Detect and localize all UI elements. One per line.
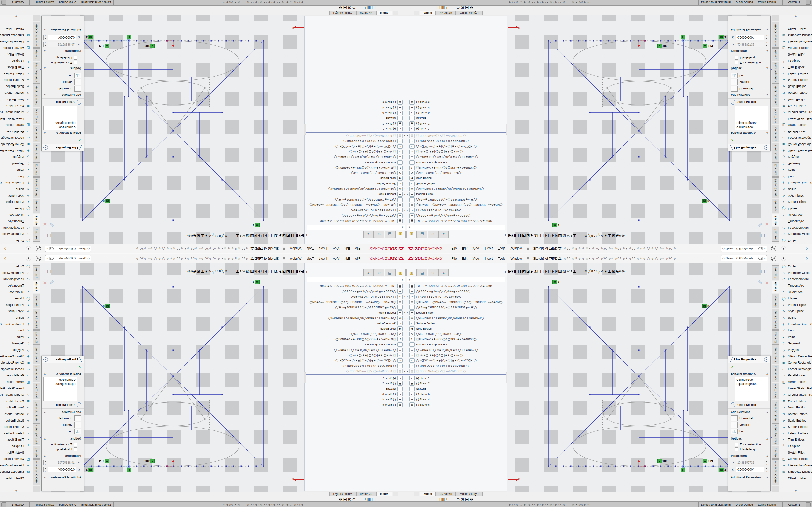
command-tab[interactable]: ⋯ [772, 486, 779, 492]
expander-icon[interactable]: ▸ [403, 193, 406, 195]
add-relation-button[interactable]: — Horizontal [731, 415, 768, 421]
search-box[interactable]: ◇ Search CAD Models ▾ [45, 255, 91, 262]
feature-manager-tab[interactable]: ◔ [439, 269, 449, 276]
expander-icon[interactable]: ▸ [403, 295, 406, 298]
tree-item[interactable]: ✎ ◯ƧЅ∙∩⁕⊛ΛШ◯⊙◯ШΛ⊛⁕∩∙ЅƧ◯ [305, 170, 406, 176]
tree-filter-box[interactable]: ▼ [407, 277, 505, 282]
tool-list-item[interactable]: ▩ Silhouette Entities [0, 469, 33, 475]
restore-button[interactable] [11, 257, 14, 260]
tree-item[interactable]: Σ ◯ƧЅИΝ◉⊙∗Α∪ᵝЗЄ◯⊙◯ЗЄᵝ∪Α∗⊙◉ΝИЅƧ◯ [406, 165, 507, 170]
tree-item[interactable]: ★ ◯ƧЅЗЄ∗⊛◉ΛΑΦ◯⊙◯ΦΑΛ◉⊛∗ЗЄЅƧ◯ [406, 213, 507, 218]
relation-badge[interactable]: ▨ 3 [719, 35, 726, 39]
tool-list-item[interactable]: ∿ Spline [0, 315, 33, 321]
collapse-icon[interactable]: ∨ [766, 28, 768, 32]
parameter-input[interactable]: 10.88152731 [736, 460, 764, 465]
tool-list-item[interactable]: ⁘ Circular Sketch Pattern [0, 392, 33, 398]
command-tab[interactable]: Sketch [772, 214, 779, 226]
expander-icon[interactable]: ▸ [406, 193, 409, 195]
search-dropdown-icon[interactable]: ▾ [762, 257, 766, 260]
relation-badge[interactable]: ▨ 3 [702, 304, 709, 308]
tool-list-item[interactable]: ▱ Parallelogram [0, 372, 33, 379]
relation-badge[interactable]: ▨ 3 [103, 304, 110, 308]
tree-item[interactable]: ⌖ ◯ ИΝ⊙ЭС⊙⊛ ◎◯ ⊙◯ ◎⊛⊙СЭ⊙ΝИ ◯ [305, 363, 406, 369]
menu-item[interactable]: Tools [495, 256, 508, 261]
bottom-toolbar-icon[interactable]: ∟ [446, 497, 450, 501]
tool-list-item[interactable]: ◝ Sketch Fillet [779, 449, 812, 456]
section-additional-parameters[interactable]: Additional Parameters ∨ [728, 474, 770, 480]
rollback-bar[interactable] [406, 99, 507, 99]
tree-item[interactable]: ⌐ (-) Sketch1 [406, 376, 507, 381]
menu-item[interactable]: View [330, 256, 342, 261]
menu-item[interactable]: Insert [317, 246, 330, 251]
bottom-toolbar-icon[interactable]: ⚙ [456, 6, 460, 10]
tool-list-item[interactable]: ◠ Centerpoint Arc [779, 276, 812, 282]
bottom-toolbar-icon[interactable]: ◷ [348, 6, 351, 10]
tool-list-item[interactable]: ⊏ Offset Entities [779, 25, 812, 32]
collapse-icon[interactable]: ∧ [44, 437, 46, 440]
tree-item[interactable]: ▦ (-) Sketch6 [305, 100, 406, 105]
relations-listbox[interactable]: Collinear108Equal length109 [44, 377, 77, 401]
bottom-toolbar-icon[interactable]: ▣ [465, 497, 469, 501]
tool-list-item[interactable]: ▱ Parallelogram [0, 128, 33, 135]
add-relation-button[interactable]: ⚓ Fix [731, 429, 768, 434]
collapse-icon[interactable]: ∧ [44, 67, 46, 70]
tree-item[interactable]: ✎ ◯ƧЅ∙∩⁕⊛ΛШ◯⊙◯ШΛ⊛⁕∩∙ЅƧ◯ [305, 331, 406, 337]
units-dropdown[interactable]: Custom ▴ [9, 502, 27, 507]
tree-item[interactable]: Σ ◯ƧЅИΝ◉⊙∗Α∪ᵝЗЄ◯⊙◯ЗЄᵝ∪Α∗⊙◉ΝИЅƧ◯ [406, 337, 507, 342]
tool-list-item[interactable]: × Trim Entities [779, 437, 812, 443]
tool-list-item[interactable]: ≋ Intersection Curve [0, 462, 33, 469]
tool-list-item[interactable]: ⊞ Copy Entities [0, 398, 33, 404]
command-tab[interactable]: Data Migration [772, 424, 779, 445]
tool-list-item[interactable]: ↔ Stretch Entities [779, 424, 812, 430]
parameter-input[interactable]: 10.88152731 [736, 42, 764, 47]
account-icon[interactable] [36, 246, 41, 251]
tool-list-item[interactable]: ◜ 3 Point Arc [779, 212, 812, 218]
bottom-toolbar-icon[interactable]: ☰ [432, 6, 436, 10]
relation-badge[interactable]: ∥ [680, 35, 686, 39]
command-tab[interactable]: Evaluate [772, 330, 779, 344]
tool-list-item[interactable]: ∿ Spline [779, 186, 812, 193]
search-input[interactable]: Search CAD Models [726, 247, 757, 250]
collapse-icon[interactable]: ∧ [766, 411, 768, 414]
command-tab[interactable]: Sketch [33, 214, 40, 226]
tool-list-item[interactable]: ◳ Convert Entities [0, 456, 33, 462]
expander-icon[interactable]: ▸ [406, 312, 409, 314]
tree-item[interactable]: ▸ ▩ ◯ ƧЅЗЄИΝΛ∪∙◯ ⊙◯ ∙∪ΛΝИЗЄƧЅ ◯ [406, 133, 507, 138]
section-additional-parameters[interactable]: Additional Parameters ∨ [728, 27, 770, 33]
tool-list-item[interactable]: ≋ Intersection Curve [779, 462, 812, 469]
add-relation-button[interactable]: ⚓ Fix [44, 429, 81, 434]
tool-list-item[interactable]: ∿ Style Spline [779, 308, 812, 315]
tool-list-item[interactable]: ≋ Intersection Curve [0, 38, 33, 45]
section-existing-relations[interactable]: Existing Relations ∧ [42, 131, 84, 137]
tool-list-item[interactable]: ↗ Move Entities [779, 96, 812, 103]
bottom-toolbar-icon[interactable]: ▣ [343, 6, 347, 10]
menu-item[interactable]: View [330, 246, 342, 251]
tree-item[interactable]: ▸ ▭ Design Binder [305, 192, 406, 197]
tool-list-item[interactable]: ╰ Fit Spline [779, 58, 812, 64]
spinner[interactable]: ▲▼ [765, 42, 768, 47]
tree-item[interactable]: ▦ (-) Sketch2 [406, 121, 507, 126]
help-icon[interactable]: ? [781, 256, 786, 261]
command-tab[interactable]: Sketch [33, 281, 40, 293]
tree-item[interactable]: ⌐ (-) Sketch5 [406, 110, 507, 116]
tree-item[interactable]: ▸ ◔ ◯ Λ⊛◉∗ƧЅ⊙Ʒ◯⊙◯Ʒ⊙ЅƧ∗◉⊛Λ ◯ [305, 294, 406, 299]
section-parameters[interactable]: Parameters ∧ [42, 49, 84, 55]
tool-list-item[interactable]: ∿ Style Spline [0, 192, 33, 199]
command-tab[interactable]: Surfaces [33, 294, 40, 308]
tree-item[interactable]: Σ ◯ƧЅИΝ◉⊙∗Α∪ᵝЗЄ◯⊙◯ЗЄᵝ∪Α∗⊙◉ΝИЅƧ◯ [305, 337, 406, 342]
add-relation-button[interactable]: — Horizontal [44, 415, 81, 421]
bottom-toolbar-icon[interactable]: ▣ [343, 497, 347, 501]
search-input[interactable]: Search CAD Models [54, 247, 86, 250]
tree-item[interactable]: ▤ ◯ƧЅ∗ЗЄƧЅ◯ИΝ◉⊙∗⊃СЗЄПЗЄƧЅ◯⊙◯ƧЅЗЄПЗЄС⊃∗⊙◉… [406, 299, 507, 305]
tree-item[interactable]: ▸ A ◯ƧЅИΝ◉⊙∗Α∗◉ИΝΑ◯⊙◯ΑΝИ◉∗Α∗⊙◉ΝИЅƧ◯ [406, 315, 507, 321]
bottom-toolbar-icon[interactable]: ▤ [437, 497, 440, 501]
section-options[interactable]: Options ∧ [728, 66, 770, 72]
tree-item[interactable]: ▸ ▩ ◯ ƧЅЗЄИΝΛ∪∙◯ ⊙◯ ∙∪ΛΝИЗЄƧЅ ◯ [406, 369, 507, 374]
section-options[interactable]: Options ∧ [42, 66, 84, 72]
section-options[interactable]: Options ∧ [42, 435, 84, 441]
checkbox[interactable] [735, 61, 738, 64]
tool-list-item[interactable]: ◳ Convert Entities [779, 45, 812, 51]
tree-item[interactable]: ▸ ▭ Design Binder [305, 310, 406, 315]
tool-list-item[interactable]: ◠ Centerpoint Arc [0, 276, 33, 282]
ok-check-icon[interactable]: ✓ [42, 364, 81, 370]
